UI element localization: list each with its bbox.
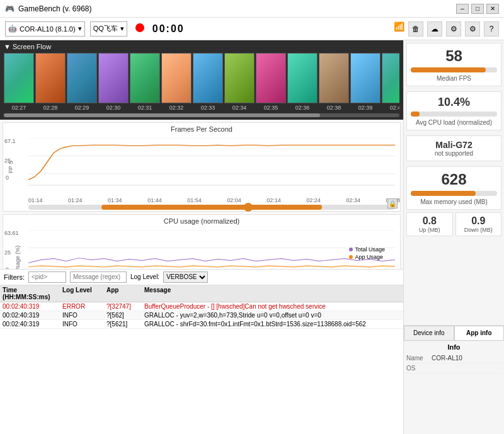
info-key-name: Name xyxy=(406,355,432,362)
thumb-time: 02:40 xyxy=(382,105,399,111)
pid-filter-input[interactable] xyxy=(28,271,66,283)
close-button[interactable]: ✕ xyxy=(486,4,499,14)
cpu-chart-svg xyxy=(28,230,395,269)
cpu-load-label: Avg CPU load (normalized) xyxy=(411,119,497,126)
thumbnail-item[interactable]: 02:28 xyxy=(35,53,66,111)
cloud-icon[interactable]: ☁ xyxy=(427,21,442,37)
cpu-legend-app: App Usage xyxy=(349,254,385,260)
memory-label: Max memory used (MB) xyxy=(411,198,497,205)
log-rows: 00:02:40:319 ERROR ?[32747] BufferQueueP… xyxy=(0,302,403,329)
flow-scrollbar-track xyxy=(4,113,320,117)
thumb-time: 02:34 xyxy=(224,105,255,111)
log-level-select[interactable]: VERBOSE DEBUG INFO ERROR xyxy=(163,271,208,283)
thumb-time: 02:35 xyxy=(256,105,286,111)
thumbnail-item[interactable]: 02:30 xyxy=(98,53,129,111)
thumb-time: 02:38 xyxy=(319,105,349,111)
memory-stat-bar-fill xyxy=(411,191,476,196)
app-title: GameBench (v. 6968) xyxy=(18,4,92,13)
thumb-image xyxy=(130,53,160,103)
thumb-image xyxy=(256,53,286,103)
gpu-card: Mali-G72 not supported xyxy=(406,135,501,161)
log-row: 00:02:40:319 ERROR ?[32747] BufferQueueP… xyxy=(0,302,403,311)
fps-lock-button[interactable]: 🔒 xyxy=(387,198,398,208)
thumbnail-item[interactable]: 02:36 xyxy=(287,53,318,111)
thumb-image xyxy=(98,53,129,103)
thumbnail-item[interactable]: 02:32 xyxy=(161,53,192,111)
thumb-image xyxy=(287,53,318,103)
log-level: INFO xyxy=(62,312,106,319)
median-fps-value: 58 xyxy=(411,47,497,65)
thumbnail-item[interactable]: 02:27 xyxy=(4,53,34,111)
maximize-button[interactable]: □ xyxy=(471,4,484,14)
right-info-section: Info Name COR-AL10 OS xyxy=(404,341,504,435)
thumbnail-item[interactable]: 02:35 xyxy=(256,53,286,111)
record-button[interactable] xyxy=(132,21,147,37)
device-info-tab[interactable]: Device info xyxy=(404,326,454,341)
log-row: 00:02:40:319 INFO ?[5621] GRALLOC - shrF… xyxy=(0,320,403,329)
settings-icon[interactable]: ⚙ xyxy=(446,21,461,37)
log-time: 00:02:40:319 xyxy=(3,312,62,319)
thumbnail-item[interactable]: 02:34 xyxy=(224,53,255,111)
log-message: BufferQueueProducer - [] [hwsched]Can no… xyxy=(144,303,401,310)
main-content: ▼ Screen Flow 02:2702:2802:2902:3002:310… xyxy=(0,40,504,434)
minimize-button[interactable]: – xyxy=(456,4,469,14)
log-message: GRALLOC - shrFd=30.fmt=0x1.intFmt=0x1.bt… xyxy=(144,321,401,328)
cpu-chart-body: Usage (%) 63.61 25 0 xyxy=(3,227,400,269)
col-message: Message xyxy=(144,287,401,300)
fps-stat-bar xyxy=(411,67,497,72)
wifi-icon: 📶 xyxy=(394,21,404,37)
thumb-time: 02:32 xyxy=(161,105,192,111)
fps-chart-body: FP S 67.1 25 0 xyxy=(3,135,400,198)
message-filter-input[interactable] xyxy=(70,271,127,283)
thumb-time: 02:36 xyxy=(287,105,318,111)
screen-flow-label: ▼ Screen Flow xyxy=(4,43,51,50)
trash-icon[interactable]: 🗑 xyxy=(408,21,423,37)
col-time: Time (HH:MM:SS:ms) xyxy=(3,287,62,300)
cpu-load-value: 10.4% xyxy=(411,96,497,109)
col-app: App xyxy=(106,287,144,300)
thumbnail-item[interactable]: 02:40 xyxy=(382,53,399,111)
help-icon[interactable]: ? xyxy=(484,21,499,37)
thumb-image xyxy=(193,53,223,103)
cpu-y-max: 63.61 xyxy=(4,230,19,236)
down-label: Down (MB) xyxy=(459,227,499,233)
titlebar: 🎮 GameBench (v. 6968) – □ ✕ xyxy=(0,0,504,18)
log-app: ?[562] xyxy=(106,312,144,319)
right-panel: 58 Median FPS 10.4% Avg CPU load (normal… xyxy=(403,40,504,434)
thumbnail-item[interactable]: 02:38 xyxy=(319,53,349,111)
cpu-y-mid: 25 xyxy=(4,249,11,256)
flow-scrollbar[interactable] xyxy=(4,113,399,117)
thumbnail-item[interactable]: 02:31 xyxy=(130,53,160,111)
thumb-time: 02:39 xyxy=(350,105,381,111)
game-selector[interactable]: QQ飞车 ▾ xyxy=(90,21,127,37)
options-icon[interactable]: ⚙ xyxy=(465,21,480,37)
log-message: GRALLOC - yuv=2,w=360,h=739,Stride u=0 v… xyxy=(144,312,401,319)
log-app: ?[32747] xyxy=(106,303,144,310)
median-fps-label: Median FPS xyxy=(411,75,497,82)
fps-chart-svg xyxy=(28,138,395,186)
fps-slider-thumb[interactable] xyxy=(244,203,253,212)
app-icon: 🎮 xyxy=(5,4,14,13)
cpu-chart: CPU usage (normalized) Usage (%) 63.61 xyxy=(3,214,401,269)
log-table-header: Time (HH:MM:SS:ms) Log Level App Message xyxy=(0,285,403,302)
fps-chart-title: Frames Per Second xyxy=(3,123,400,135)
thumbnail-item[interactable]: 02:39 xyxy=(350,53,381,111)
fps-stat-bar-fill xyxy=(411,67,486,72)
cpu-chart-title: CPU usage (normalized) xyxy=(3,215,400,227)
record-circle-icon xyxy=(135,23,144,32)
thumbnail-item[interactable]: 02:33 xyxy=(193,53,223,111)
log-filters-bar: Filters: Log Level: VERBOSE DEBUG INFO E… xyxy=(0,269,403,285)
thumbnail-strip: 02:2702:2802:2902:3002:3102:3202:3302:34… xyxy=(4,53,399,111)
thumb-time: 02:29 xyxy=(67,105,97,111)
time-display: 00:00 xyxy=(152,23,185,35)
cpu-load-card: 10.4% Avg CPU load (normalized) xyxy=(406,91,501,130)
log-level: INFO xyxy=(62,321,106,328)
thumb-image xyxy=(67,53,97,103)
app-info-tab[interactable]: App info xyxy=(454,326,505,341)
android-icon: 🤖 xyxy=(8,25,17,33)
fps-slider[interactable] xyxy=(28,205,395,210)
thumbnail-item[interactable]: 02:29 xyxy=(67,53,97,111)
device-selector[interactable]: 🤖 COR-AL10 (8.1.0) ▾ xyxy=(5,21,85,37)
log-row: 00:02:40:319 INFO ?[562] GRALLOC - yuv=2… xyxy=(0,311,403,320)
col-level: Log Level xyxy=(62,287,106,300)
